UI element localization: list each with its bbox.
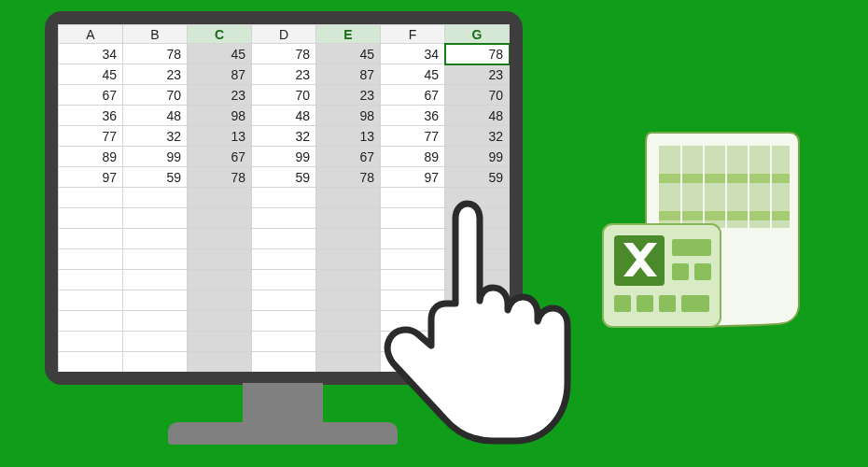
- cell[interactable]: [445, 208, 510, 229]
- cell[interactable]: [381, 270, 445, 290]
- cell[interactable]: 45: [188, 44, 252, 64]
- cell[interactable]: [59, 188, 123, 208]
- cell[interactable]: 78: [252, 44, 316, 64]
- cell[interactable]: [123, 270, 188, 290]
- cell[interactable]: 99: [252, 147, 316, 167]
- column-header-A[interactable]: A: [59, 25, 123, 44]
- cell[interactable]: 99: [445, 147, 510, 167]
- cell[interactable]: 23: [123, 64, 188, 85]
- cell[interactable]: [445, 311, 510, 332]
- cell[interactable]: 70: [252, 85, 316, 106]
- cell[interactable]: [445, 290, 510, 311]
- cell[interactable]: [381, 352, 445, 373]
- cell[interactable]: 13: [316, 126, 381, 147]
- cell[interactable]: 77: [381, 126, 445, 147]
- cell[interactable]: [59, 311, 123, 332]
- cell[interactable]: 32: [445, 126, 510, 147]
- cell[interactable]: [59, 332, 123, 352]
- column-header-G[interactable]: G: [445, 25, 510, 44]
- cell[interactable]: 32: [252, 126, 316, 147]
- cell[interactable]: 45: [59, 64, 123, 85]
- cell[interactable]: 99: [123, 147, 188, 167]
- cell[interactable]: 78: [123, 44, 188, 64]
- cell[interactable]: [381, 249, 445, 270]
- cell[interactable]: 70: [123, 85, 188, 106]
- cell[interactable]: [59, 352, 123, 373]
- cell[interactable]: [381, 229, 445, 249]
- column-header-B[interactable]: B: [123, 25, 188, 44]
- cell[interactable]: [316, 229, 381, 249]
- cell[interactable]: [445, 188, 510, 208]
- cell[interactable]: 59: [445, 167, 510, 188]
- cell[interactable]: [381, 208, 445, 229]
- cell[interactable]: [381, 311, 445, 332]
- cell[interactable]: 48: [252, 106, 316, 126]
- cell[interactable]: 48: [123, 106, 188, 126]
- spreadsheet-grid[interactable]: ABCDEFG 34784578453478452387238745236770…: [58, 24, 510, 372]
- cell[interactable]: [316, 290, 381, 311]
- cell[interactable]: [123, 290, 188, 311]
- cell[interactable]: 59: [252, 167, 316, 188]
- cell[interactable]: 89: [381, 147, 445, 167]
- cell[interactable]: [123, 188, 188, 208]
- cell[interactable]: [316, 311, 381, 332]
- cell[interactable]: [252, 332, 316, 352]
- cell[interactable]: [59, 249, 123, 270]
- cell[interactable]: 36: [381, 106, 445, 126]
- cell[interactable]: 67: [59, 85, 123, 106]
- cell[interactable]: [123, 229, 188, 249]
- cell[interactable]: 67: [381, 85, 445, 106]
- cell[interactable]: [445, 249, 510, 270]
- cell[interactable]: [252, 290, 316, 311]
- cell[interactable]: 67: [316, 147, 381, 167]
- cell[interactable]: 78: [316, 167, 381, 188]
- cell[interactable]: 23: [252, 64, 316, 85]
- cell[interactable]: [316, 270, 381, 290]
- cell[interactable]: [123, 352, 188, 373]
- cell[interactable]: 70: [445, 85, 510, 106]
- cell[interactable]: [123, 332, 188, 352]
- cell[interactable]: 45: [316, 44, 381, 64]
- cell[interactable]: 87: [188, 64, 252, 85]
- cell[interactable]: 34: [59, 44, 123, 64]
- cell[interactable]: [316, 332, 381, 352]
- cell[interactable]: [252, 208, 316, 229]
- cell[interactable]: [188, 352, 252, 373]
- cell[interactable]: [316, 352, 381, 373]
- cell[interactable]: [188, 290, 252, 311]
- cell[interactable]: 13: [188, 126, 252, 147]
- cell[interactable]: [123, 208, 188, 229]
- cell[interactable]: [252, 270, 316, 290]
- cell[interactable]: 89: [59, 147, 123, 167]
- cell[interactable]: 98: [188, 106, 252, 126]
- cell[interactable]: 36: [59, 106, 123, 126]
- cell[interactable]: [188, 229, 252, 249]
- cell[interactable]: 23: [445, 64, 510, 85]
- cell[interactable]: [445, 270, 510, 290]
- cell[interactable]: [123, 311, 188, 332]
- cell[interactable]: 45: [381, 64, 445, 85]
- cell[interactable]: [188, 332, 252, 352]
- cell[interactable]: [188, 311, 252, 332]
- cell[interactable]: [316, 208, 381, 229]
- cell[interactable]: [445, 229, 510, 249]
- cell[interactable]: 34: [381, 44, 445, 64]
- cell[interactable]: [445, 332, 510, 352]
- cell[interactable]: [252, 229, 316, 249]
- cell[interactable]: [316, 188, 381, 208]
- cell[interactable]: 87: [316, 64, 381, 85]
- cell[interactable]: 97: [59, 167, 123, 188]
- cell[interactable]: [188, 249, 252, 270]
- cell[interactable]: [188, 270, 252, 290]
- cell[interactable]: [381, 290, 445, 311]
- cell[interactable]: [59, 208, 123, 229]
- cell[interactable]: 97: [381, 167, 445, 188]
- cell[interactable]: [252, 188, 316, 208]
- column-header-E[interactable]: E: [316, 25, 381, 44]
- cell[interactable]: 67: [188, 147, 252, 167]
- cell[interactable]: [188, 208, 252, 229]
- column-header-C[interactable]: C: [188, 25, 252, 44]
- cell[interactable]: [316, 249, 381, 270]
- cell[interactable]: [188, 188, 252, 208]
- cell[interactable]: 77: [59, 126, 123, 147]
